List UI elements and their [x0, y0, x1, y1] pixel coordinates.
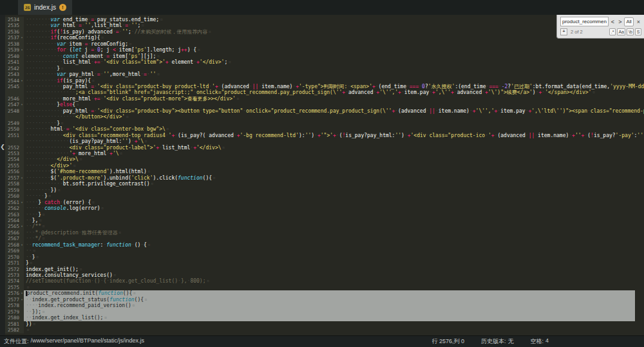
line-number: 2553 — [5, 151, 20, 156]
code-text: ········html·=·'<div·class="conter-box·b… — [24, 126, 644, 132]
search-counter: 2 of 2 — [571, 29, 583, 35]
code-line[interactable]: 2574//setTimeout(function·()·{·index.get… — [5, 278, 644, 284]
code-line[interactable]: 2578····index.recommend_paid_version()¤ — [5, 303, 644, 308]
code-text: ··············<div·class="product-label"… — [24, 145, 644, 151]
line-number: 2550 — [5, 126, 20, 132]
find-prev-button[interactable]: < — [610, 18, 616, 26]
code-line[interactable]: 2562······console.log(error)¤ — [5, 205, 644, 211]
regex-option-button[interactable]: .* — [609, 28, 616, 35]
code-line[interactable]: 2564··},¤ — [5, 218, 644, 223]
line-number: 2577 — [5, 297, 20, 303]
line-number: 2555 — [5, 163, 20, 169]
line-number: 2581 — [5, 321, 20, 327]
line-number: 2557 — [5, 175, 20, 181]
code-line[interactable]: 2565▾··/**¤ — [5, 223, 644, 229]
line-number: 2574 — [5, 278, 20, 284]
code-line[interactable]: 2576▾product_recommend.init(function(){¤ — [5, 290, 644, 296]
line-number: 2570 — [5, 254, 20, 260]
code-line[interactable]: 2552··············<div·class="product-la… — [5, 145, 644, 151]
code-text: ········$('#home-recommend').html(html)¤ — [24, 169, 644, 174]
code-line[interactable]: 2545············pay_html·=·'<div·class="… — [5, 84, 644, 89]
search-box: < > All × + 2 of 2 .* Aa \b S — [556, 15, 644, 39]
code-line[interactable]: 2556········$('#home-recommend').html(ht… — [5, 169, 644, 174]
code-line[interactable]: 2558············bt.soft.privilege_contra… — [5, 181, 644, 187]
code-line[interactable]: 2571}¤ — [5, 260, 644, 266]
code-line[interactable]: 2559········})¤ — [5, 187, 644, 193]
spaces-value[interactable]: 4 — [545, 337, 549, 346]
code-line[interactable]: 2555········</div>'¤ — [5, 163, 644, 169]
code-text: ····}·catch·(error)·{¤ — [24, 200, 644, 205]
code-line[interactable]: 2543··········var·pay_html·=·'',more_htm… — [5, 71, 644, 77]
code-line[interactable]: 2549··········}¤ — [5, 120, 644, 126]
line-number: 2545 — [5, 84, 20, 89]
search-input[interactable] — [560, 17, 609, 26]
line-number: 2576 — [5, 290, 20, 296]
code-line[interactable]: 2540············const·element·=·item['ps… — [5, 53, 644, 59]
code-line[interactable]: ················;<a·class="btlink"·href=… — [5, 89, 644, 95]
code-line[interactable]: 2561▾····}·catch·(error)·{¤ — [5, 200, 644, 205]
code-text: ············const·element·=·item['ps'][j… — [24, 53, 644, 59]
line-number: 2552 — [5, 145, 20, 151]
code-text: //setTimeout(function·()·{·index.get_clo… — [24, 278, 644, 284]
selection-option-button[interactable]: S — [635, 28, 641, 35]
code-line[interactable]: 2582¤ — [5, 327, 644, 333]
code-line[interactable]: 2535········var·html·=·'',list_html·=·''… — [5, 23, 644, 28]
line-number: 2538 — [5, 41, 20, 47]
code-line[interactable]: 2570··}¤ — [5, 254, 644, 260]
spaces-label: 空格: — [530, 337, 544, 346]
code-text: ¤ — [24, 327, 644, 333]
code-line[interactable]: 2563····}¤ — [5, 212, 644, 218]
line-number: 2563 — [5, 212, 20, 218]
code-line[interactable]: 2544▾··········if(is_pay){¤ — [5, 78, 644, 84]
line-number: 2580 — [5, 315, 20, 321]
tab-indexjs[interactable]: JS index.js ! — [18, 0, 72, 15]
code-line[interactable]: 2553··············'+·more_html·+'\¤ — [5, 151, 644, 156]
line-number: 2566 — [5, 230, 20, 236]
code-line[interactable]: 2572index.get_init();¤ — [5, 267, 644, 272]
close-search-icon[interactable]: × — [636, 18, 641, 26]
code-line[interactable]: 2567···*/¤ — [5, 236, 644, 241]
wholeword-option-button[interactable]: \b — [627, 28, 634, 35]
history-value[interactable]: 无 — [507, 337, 513, 346]
find-all-button[interactable]: All — [624, 17, 633, 26]
code-line[interactable]: 2541············list_html·+=·'<div·class… — [5, 59, 644, 65]
code-line[interactable]: 2554··········</div>\¤ — [5, 156, 644, 162]
code-line[interactable]: 2551············<div·class="recommend-to… — [5, 133, 644, 138]
code-line[interactable]: 2566···*·@description·推荐任务管理器¤ — [5, 230, 644, 236]
collapse-panel-icon[interactable]: ❮ — [0, 138, 5, 155]
code-line[interactable]: ··············(is_pay?pay_html:'')·+'\¤ — [5, 138, 644, 144]
code-line[interactable]: 2569··¤ — [5, 248, 644, 254]
code-text: ··············(is_pay?pay_html:'')·+'\¤ — [24, 138, 644, 144]
line-number: 2575 — [5, 285, 20, 290]
find-next-button[interactable]: > — [617, 18, 623, 26]
code-line[interactable]: 2579··});¤ — [5, 309, 644, 315]
code-line[interactable]: 2581})¤ — [5, 321, 644, 327]
code-line[interactable]: 2547▾··········}else{¤ — [5, 102, 644, 108]
line-number: 2582 — [5, 327, 20, 333]
code-line[interactable]: 2534········var·end_time·=·pay_status.en… — [5, 17, 644, 23]
code-line[interactable]: ················</button></div>'¤ — [5, 114, 644, 120]
code-line[interactable]: 2536········if(!is_pay)·advanced·=·'';·/… — [5, 29, 644, 35]
case-option-button[interactable]: Aa — [617, 28, 626, 35]
code-line[interactable]: 2546············more_html·+=·'<div·class… — [5, 96, 644, 102]
code-line[interactable]: 2537▾········if(recomConfig){¤ — [5, 35, 644, 41]
line-number: 2537 — [5, 35, 20, 41]
code-line[interactable]: 2538··········var·item·=·recomConfig;¤ — [5, 41, 644, 47]
code-line[interactable]: 2557▾········$('.product-more').unbind('… — [5, 175, 644, 181]
code-line[interactable]: 2580··index.get_index_list();¤ — [5, 315, 644, 321]
code-line[interactable]: 2542··········}¤ — [5, 66, 644, 71]
code-line[interactable]: 2560······}¤ — [5, 193, 644, 199]
line-number: 2535 — [5, 23, 20, 28]
toggle-replace-button[interactable]: + — [560, 28, 567, 35]
code-line[interactable]: 2550········html·=·'<div·class="conter-b… — [5, 126, 644, 132]
code-text: ············pay_html·=·'<div·class="prod… — [24, 84, 644, 89]
editor-area[interactable]: 2534········var·end_time·=·pay_status.en… — [5, 15, 644, 336]
code-line[interactable]: 2573index.consultancy_services()¤ — [5, 272, 644, 278]
code-line[interactable]: 2568▾··recommend_task_manager:·function·… — [5, 242, 644, 248]
code-line[interactable]: 2577▾··index.get_product_status(function… — [5, 297, 644, 303]
code-line[interactable]: 2548············pay_html·=·'<div·class="… — [5, 108, 644, 114]
code-line[interactable]: 2539▾··········for·(let·j·=·0;·j·<·item[… — [5, 47, 644, 53]
spaces-indicator: 空格: 4 — [530, 337, 549, 346]
line-number: 2549 — [5, 120, 20, 126]
code-line[interactable]: 2575¤ — [5, 285, 644, 290]
